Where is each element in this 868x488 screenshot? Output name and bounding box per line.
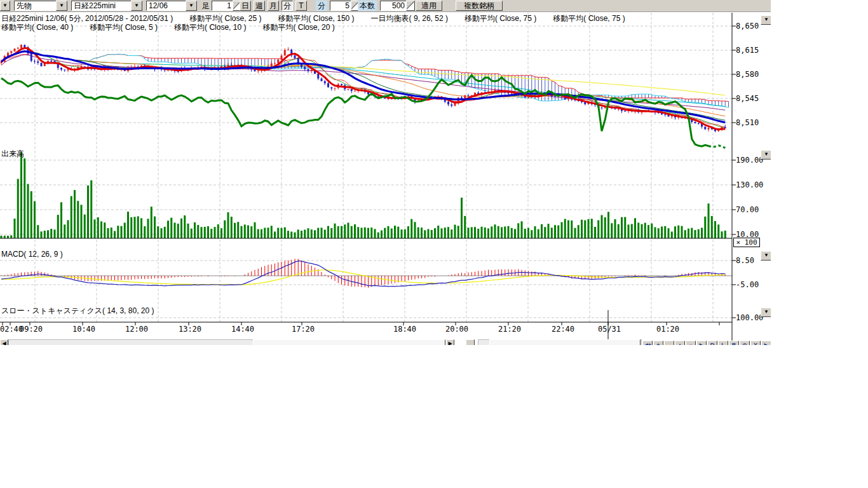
contract-month-value: 12/06 — [146, 1, 186, 11]
legend-item: 移動平均( Close, 40 ) — [1, 23, 73, 32]
bar-size-stepper[interactable]: 1 — [212, 1, 241, 11]
axis-tick-label: 130.00 — [736, 180, 763, 189]
tool-button[interactable]: ▶ — [761, 341, 771, 345]
legend-item: 一目均衡表( 9, 26, 52 ) — [371, 14, 448, 23]
toolbar: ▼ 先物 ▼ 日経225mini ▼ 12/06 ▼ 足 1 日 週 月 分 T — [0, 0, 771, 12]
axis-tick-label: 190.00 — [736, 156, 763, 165]
screen: ▼ 先物 ▼ 日経225mini ▼ 12/06 ▼ 足 1 日 週 月 分 T — [0, 0, 868, 488]
legend-item: 移動平均( Close, 5 ) — [90, 23, 158, 32]
minute-value: 5 — [330, 1, 351, 11]
scrollbar-thumb[interactable] — [253, 339, 445, 345]
bar-count-label: 本数 — [358, 1, 377, 11]
tool-button[interactable]: ⊕ — [740, 341, 750, 345]
period-minute-button[interactable]: 分 — [281, 1, 293, 11]
legend-item: 日経225mini 12/06( 5分, 2012/05/28 - 2012/0… — [1, 14, 173, 23]
time-tick-label: 18:40 — [392, 325, 417, 334]
time-tick-label: 12:00 — [124, 325, 149, 334]
tool-button[interactable]: − — [686, 341, 696, 345]
bar-count-value: 500 — [380, 1, 406, 11]
scroll-right-arrow-icon[interactable]: ▶ — [446, 339, 454, 345]
minute-stepper[interactable]: 5 — [330, 1, 360, 11]
tool-button[interactable] — [664, 341, 674, 345]
legend-item: 移動平均( Close, 25 ) — [189, 14, 261, 23]
chevron-down-icon[interactable]: ▼ — [186, 1, 197, 11]
period-day-button[interactable]: 日 — [240, 1, 251, 11]
legend-row-2: 移動平均( Close, 40 )移動平均( Close, 5 )移動平均( C… — [1, 22, 351, 33]
tool-button[interactable]: B — [729, 341, 739, 345]
scroll-left-arrow-icon[interactable]: ◀ — [0, 339, 8, 345]
axis-tick-label: 100.00 — [736, 313, 763, 322]
bar-count-stepper[interactable]: 500 — [380, 1, 415, 11]
volume-pane-dropdown-button[interactable]: ▼ — [761, 150, 771, 159]
bar-size-value: 1 — [212, 1, 233, 11]
axis-tick-label: 8,545 — [736, 94, 759, 103]
chevron-down-icon[interactable]: ▼ — [0, 1, 10, 11]
instrument-select[interactable]: 日経225mini ▼ — [71, 1, 142, 11]
multi-symbol-button[interactable]: 複数銘柄 — [456, 1, 503, 11]
time-tick-label: 09:20 — [18, 325, 44, 334]
axis-tick-label: 8,580 — [736, 70, 759, 79]
tool-button[interactable]: + — [653, 341, 663, 345]
volume-pane-label: 出来高 — [1, 149, 24, 159]
legend-item: 移動平均( Close, 75 ) — [465, 14, 536, 23]
time-tick-label: 10:40 — [71, 325, 97, 334]
price-pane-dropdown-button[interactable]: ▼ — [761, 15, 771, 25]
tool-button[interactable]: D — [707, 341, 717, 345]
contract-month-select[interactable]: 12/06 ▼ — [146, 1, 197, 11]
market-select-value: 先物 — [14, 1, 56, 11]
chart-application-window: ▼ 先物 ▼ 日経225mini ▼ 12/06 ▼ 足 1 日 週 月 分 T — [0, 0, 771, 345]
stochastics-pane-label: スロー・ストキャスティクス( 14, 3, 80, 20 ) — [1, 306, 154, 316]
time-tick-label: 21:20 — [497, 325, 522, 334]
instrument-select-value: 日経225mini — [71, 1, 131, 11]
tool-button[interactable]: L — [718, 341, 728, 345]
market-select[interactable]: 先物 ▼ — [14, 1, 67, 11]
period-week-button[interactable]: 週 — [254, 1, 265, 11]
period-month-button[interactable]: 月 — [268, 1, 279, 11]
axis-tick-label: 70.00 — [736, 205, 759, 214]
legend-item: 移動平均( Close, 20 ) — [262, 23, 334, 32]
legend-item: 移動平均( Close, 150 ) — [278, 14, 355, 23]
pane-splitter-handle[interactable] — [466, 339, 475, 345]
axis-tick-label: 8,510 — [736, 118, 759, 127]
apply-button[interactable]: 適用 — [416, 1, 442, 11]
spin-arrows-icon[interactable] — [406, 1, 415, 11]
time-tick-label: 22:40 — [550, 325, 576, 334]
axis-tick-label: 8,650 — [736, 22, 759, 30]
time-tick-label: 20:00 — [444, 325, 470, 334]
axis-tick-label: 8,615 — [736, 46, 759, 55]
time-tick-label: 05/31 — [597, 325, 622, 334]
period-tick-button[interactable]: T — [295, 1, 307, 11]
time-tick-label: 01:20 — [655, 325, 681, 334]
drawing-tools-buttons: ◀++▲−▶DLB⊕X▶ — [642, 341, 771, 345]
tool-button[interactable]: ▲ — [675, 341, 685, 345]
volume-multiplier-badge: × 100 — [733, 238, 760, 247]
time-tick-label: 13:20 — [177, 325, 203, 334]
time-tick-label: 17:20 — [290, 325, 316, 334]
chevron-down-icon[interactable]: ▼ — [56, 1, 67, 11]
secondary-scrollbar-thumb[interactable] — [489, 339, 641, 345]
main-chart-svg[interactable] — [0, 0, 771, 345]
axis-tick-label: 8.50 — [736, 256, 754, 265]
tool-button[interactable]: X — [750, 341, 761, 345]
macd-pane-dropdown-button[interactable]: ▼ — [761, 251, 771, 261]
legend-item: 移動平均( Close, 75 ) — [553, 14, 625, 23]
time-tick-label: 14:40 — [230, 325, 255, 334]
tool-button[interactable]: ◀+ — [642, 341, 653, 345]
minute-unit-label: 分 — [316, 1, 327, 11]
tool-button[interactable]: ▶ — [696, 341, 707, 345]
stoch-pane-dropdown-button[interactable]: ▼ — [761, 308, 771, 317]
macd-pane-label: MACD( 12, 26, 9 ) — [1, 250, 63, 259]
chevron-down-icon[interactable]: ▼ — [131, 1, 142, 11]
bar-type-label: 足 — [201, 1, 211, 11]
legend-item: 移動平均( Close, 10 ) — [174, 23, 246, 32]
axis-tick-label: -5.00 — [736, 280, 759, 289]
